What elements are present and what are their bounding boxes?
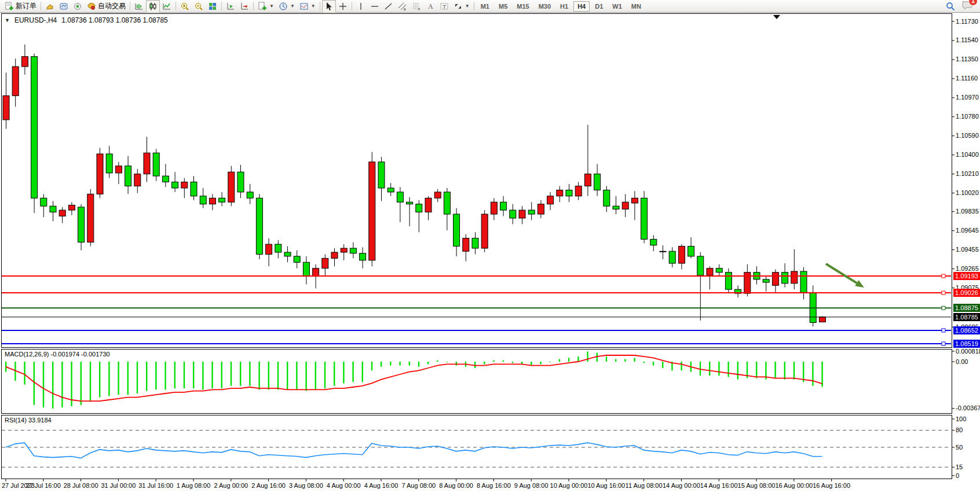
date-axis-label: 16 Aug 00:00 [775, 482, 813, 489]
main-chart-panel[interactable] [1, 13, 952, 348]
rsi-axis-tick: 0 [956, 472, 959, 480]
zoom-out-icon [194, 2, 203, 11]
timeframe-mn[interactable]: MN [627, 1, 645, 12]
timeframe-m15[interactable]: M15 [513, 1, 533, 12]
price-axis-tick: 1.09455 [956, 246, 979, 253]
periods-button[interactable]: ▼ [276, 0, 297, 13]
arrows-button[interactable]: ▼ [451, 0, 472, 13]
timeframe-m1[interactable]: M1 [477, 1, 493, 12]
cursor-icon [324, 2, 334, 11]
new-order-icon [5, 2, 14, 11]
date-axis-label: 10 Aug 16:00 [587, 482, 625, 489]
separator [130, 2, 130, 10]
data-window-button[interactable] [57, 0, 71, 13]
timeframe-h4[interactable]: H4 [573, 1, 590, 12]
zoom-in-icon [180, 2, 189, 11]
vertical-line-button[interactable] [354, 0, 368, 13]
crosshair-icon [338, 2, 348, 11]
arrows-icon [454, 2, 463, 11]
separator [175, 2, 176, 10]
rsi-axis-tick: 50 [956, 444, 963, 451]
date-axis-label: 4 Aug 16:00 [364, 482, 398, 489]
rsi-axis-tick: 80 [956, 426, 963, 434]
chart-title[interactable]: ▼ EURUSD-,H4 1.08736 1.08793 1.08736 1.0… [5, 16, 168, 24]
price-axis-tick: 1.10590 [956, 132, 979, 139]
timeframe-group: M1M5M15M30H1H4D1W1MN [476, 1, 646, 12]
auto-scroll-icon [226, 2, 235, 11]
svg-text:A: A [428, 2, 433, 10]
chart-dropdown-icon[interactable]: ▼ [5, 17, 10, 23]
price-axis-tick: 1.10210 [956, 170, 979, 178]
search-icon[interactable] [945, 1, 956, 12]
trendline-button[interactable] [382, 0, 396, 13]
price-axis-tick: 1.10400 [956, 151, 979, 159]
price-axis-tick: 1.09075 [956, 284, 979, 292]
channel-button[interactable]: E [396, 0, 409, 13]
autotrade-button[interactable]: 自动交易 [85, 0, 128, 13]
date-axis-label: 27 Jul 2023 [2, 482, 35, 489]
rsi-panel[interactable] [1, 415, 952, 479]
autotrade-label: 自动交易 [98, 1, 126, 11]
svg-text:E: E [404, 8, 406, 11]
price-line-tag: 1.08652 [953, 326, 980, 334]
separator [352, 2, 352, 10]
chat-badge: 1 [968, 0, 978, 6]
chat-button[interactable]: 1 [961, 0, 973, 13]
zoom-in-button[interactable] [178, 0, 192, 13]
ohlc-values: 1.08736 1.08793 1.08736 1.08785 [61, 16, 168, 24]
chart-shift-button[interactable] [237, 0, 251, 13]
timeframe-m5[interactable]: M5 [495, 1, 511, 12]
new-order-button[interactable]: 新订单 [2, 0, 39, 13]
price-line-tag: 1.08519 [953, 340, 980, 348]
horizontal-line-button[interactable] [368, 0, 382, 13]
line-chart-button[interactable] [160, 0, 174, 13]
date-axis-label: 8 Aug 16:00 [477, 482, 511, 489]
zoom-out-button[interactable] [192, 0, 206, 13]
date-axis-label: 4 Aug 00:00 [327, 482, 361, 489]
chevron-down-icon: ▼ [465, 3, 470, 9]
price-axis-tick: 1.11350 [956, 56, 978, 63]
market-watch-icon [45, 2, 54, 11]
price-axis-tick: 1.09265 [956, 265, 979, 273]
timeframe-w1[interactable]: W1 [608, 1, 626, 12]
text-label-icon: T [440, 2, 449, 11]
price-axis-tick: 1.09835 [956, 208, 979, 215]
timeframe-h1[interactable]: H1 [556, 1, 572, 12]
price-axis-tick: 1.10970 [956, 94, 979, 101]
separator [253, 2, 254, 10]
date-axis-label: 2 Aug 16:00 [251, 482, 286, 489]
horizontal-line-icon [370, 2, 379, 11]
date-axis-label: 8 Aug 00:00 [439, 482, 473, 489]
timeframe-m30[interactable]: M30 [535, 1, 555, 12]
price-axis-tick: 1.11160 [956, 75, 978, 82]
text-button[interactable]: A [423, 0, 437, 13]
indicators-button[interactable]: ▼ [297, 0, 318, 13]
price-axis-tick: 1.10780 [956, 113, 979, 120]
crosshair-button[interactable] [336, 0, 350, 13]
date-axis-label: 3 Aug 08:00 [289, 482, 323, 489]
new-template-button[interactable]: ▼ [255, 0, 276, 13]
date-axis-label: 14 Aug 16:00 [700, 482, 738, 489]
candlestick-button[interactable] [146, 0, 160, 13]
navigator-button[interactable] [71, 0, 85, 13]
market-watch-button[interactable] [43, 0, 57, 13]
timeframe-d1[interactable]: D1 [591, 1, 607, 12]
text-label-button[interactable]: T [437, 0, 451, 13]
tile-windows-icon [208, 2, 217, 11]
macd-axis-tick: 0.00 [956, 358, 968, 366]
indicators-icon [299, 2, 309, 11]
tile-windows-button[interactable] [206, 0, 220, 13]
navigator-icon [73, 2, 82, 11]
date-axis-label: 10 Aug 00:00 [550, 482, 588, 489]
rsi-axis-tick: 100 [956, 415, 966, 423]
vertical-line-icon [356, 2, 365, 11]
text-icon: A [426, 2, 435, 11]
fibonacci-button[interactable]: F [409, 0, 423, 13]
price-axis-tick: 1.11540 [956, 36, 978, 44]
auto-scroll-button[interactable] [224, 0, 237, 13]
bar-chart-button[interactable] [132, 0, 146, 13]
autotrade-icon [87, 2, 96, 11]
cursor-button[interactable] [322, 0, 336, 13]
date-axis-label: 1 Aug 08:00 [177, 482, 211, 489]
macd-panel[interactable] [1, 349, 952, 414]
